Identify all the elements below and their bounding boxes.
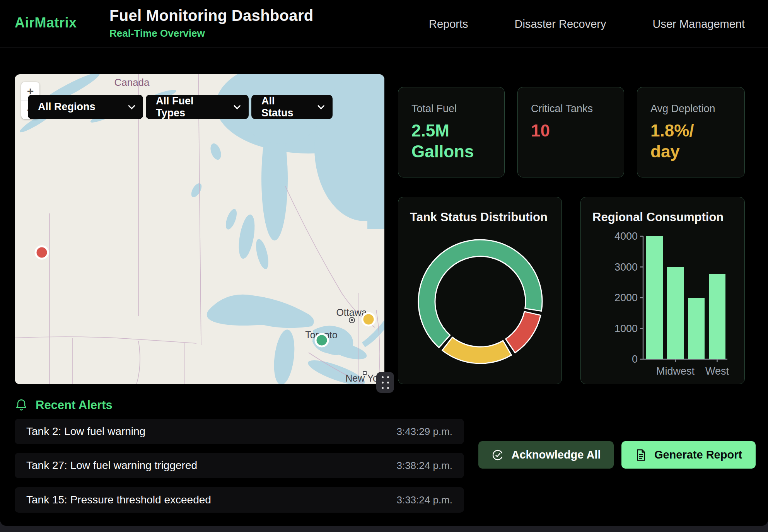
bar-region-2: [688, 298, 705, 359]
stat-value: 1.8%/ day: [650, 120, 731, 162]
map-canvas: Canada Ottawa Toronto New York: [15, 74, 384, 384]
page-subtitle: Real-Time Overview: [109, 27, 313, 39]
alert-message: Tank 27: Low fuel warning triggered: [26, 459, 197, 472]
map-attribution-grip[interactable]: [376, 372, 394, 393]
check-circle-icon: [492, 449, 504, 461]
region-filter-dropdown[interactable]: All Regions: [28, 95, 143, 119]
bell-icon: [15, 398, 28, 412]
stat-value: 10: [531, 120, 611, 141]
acknowledge-all-button[interactable]: Acknowledge All: [478, 441, 614, 469]
alert-row[interactable]: Tank 15: Pressure threshold exceeded 3:3…: [15, 487, 464, 513]
svg-text:1000: 1000: [614, 323, 638, 334]
map-filters: All Regions All Fuel Types All Status: [28, 95, 333, 119]
alert-time: 3:38:24 p.m.: [396, 460, 452, 472]
tank-marker-normal[interactable]: [316, 334, 328, 346]
alert-message: Tank 15: Pressure threshold exceeded: [26, 494, 211, 506]
alert-message: Tank 2: Low fuel warning: [26, 425, 145, 438]
tank-marker-critical[interactable]: [36, 246, 48, 259]
alert-time: 3:43:29 p.m.: [396, 426, 452, 438]
alert-time: 3:33:24 p.m.: [396, 494, 452, 506]
chevron-down-icon: [234, 102, 241, 109]
alert-row[interactable]: Tank 27: Low fuel warning triggered 3:38…: [15, 453, 464, 478]
svg-text:0: 0: [632, 353, 638, 365]
tank-marker-warning[interactable]: [362, 313, 375, 326]
region-filter-value: All Regions: [38, 101, 96, 113]
alerts-header: Recent Alerts: [15, 398, 113, 412]
generate-report-button[interactable]: Generate Report: [621, 441, 756, 469]
alerts-title: Recent Alerts: [36, 398, 113, 412]
title-block: Fuel Monitoring Dashboard Real-Time Over…: [109, 7, 313, 39]
stat-label: Avg Depletion: [650, 103, 731, 115]
fuel-monitoring-app: AirMatrix Fuel Monitoring Dashboard Real…: [0, 0, 768, 526]
status-filter-dropdown[interactable]: All Status: [251, 95, 333, 119]
ottawa-town-icon: [349, 317, 355, 323]
donut-segment-yellow: [442, 337, 511, 363]
bar-West: [709, 274, 725, 359]
stat-card-critical-tanks: Critical Tanks 10: [517, 87, 624, 177]
stat-label: Critical Tanks: [531, 103, 611, 115]
report-document-icon: [635, 449, 647, 461]
svg-text:Midwest: Midwest: [656, 365, 695, 377]
chevron-down-icon: [317, 102, 324, 109]
status-filter-value: All Status: [261, 95, 307, 119]
nav-item-user-management[interactable]: User Management: [652, 18, 745, 31]
stat-value: 2.5M Gallons: [411, 120, 491, 162]
generate-report-label: Generate Report: [654, 448, 742, 461]
fuel-type-filter-value: All Fuel Types: [156, 95, 224, 119]
regional-consumption-bar-chart: 01000200030004000MidwestWest: [592, 224, 734, 379]
donut-segment-red: [506, 312, 541, 353]
svg-text:West: West: [705, 365, 729, 377]
app-header: AirMatrix Fuel Monitoring Dashboard Real…: [0, 0, 768, 48]
map-label-canada: Canada: [114, 77, 150, 88]
regional-consumption-card: Regional Consumption 01000200030004000Mi…: [580, 197, 745, 384]
svg-text:4000: 4000: [614, 230, 638, 242]
tank-status-distribution-card: Tank Status Distribution: [398, 197, 562, 384]
bar-region-0: [646, 236, 663, 359]
bar-Midwest: [667, 267, 684, 360]
donut-chart-title: Tank Status Distribution: [410, 210, 550, 224]
acknowledge-all-label: Acknowledge All: [512, 448, 601, 461]
svg-text:2000: 2000: [614, 292, 638, 304]
stat-card-total-fuel: Total Fuel 2.5M Gallons: [398, 87, 505, 177]
main-nav: Reports Disaster Recovery User Managemen…: [429, 0, 745, 48]
fuel-type-filter-dropdown[interactable]: All Fuel Types: [146, 95, 249, 119]
map-panel[interactable]: Canada Ottawa Toronto New York + − All R…: [15, 74, 384, 384]
brand-logo: AirMatrix: [15, 15, 77, 31]
alert-row[interactable]: Tank 2: Low fuel warning 3:43:29 p.m.: [15, 419, 464, 444]
stat-label: Total Fuel: [411, 103, 491, 115]
chevron-down-icon: [128, 102, 135, 109]
page-title: Fuel Monitoring Dashboard: [109, 7, 313, 24]
stat-card-avg-depletion: Avg Depletion 1.8%/ day: [637, 87, 745, 177]
svg-text:3000: 3000: [614, 261, 638, 273]
bar-chart-title: Regional Consumption: [592, 210, 733, 224]
nav-item-disaster-recovery[interactable]: Disaster Recovery: [515, 18, 606, 31]
tank-status-donut-chart: [410, 224, 551, 379]
nav-item-reports[interactable]: Reports: [429, 18, 468, 31]
